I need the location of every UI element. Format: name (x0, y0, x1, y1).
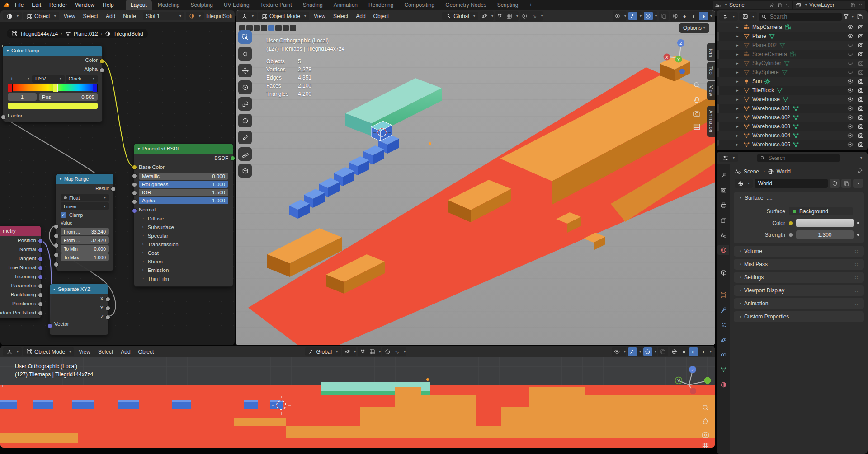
transform-orientation-selector[interactable]: Global▾ (442, 12, 478, 20)
snap-mode-button[interactable] (505, 12, 514, 20)
stop-color-swatch[interactable] (8, 103, 98, 109)
panel-viewport-display[interactable]: ›Viewport Display:::: (734, 285, 864, 296)
new-world-button[interactable] (841, 179, 851, 188)
viewport-menu-select[interactable]: Select (330, 10, 351, 22)
menu-render[interactable]: Render (46, 0, 71, 10)
chevron-down-icon[interactable]: ▾ (710, 14, 712, 18)
panel-volume[interactable]: ›Volume:::: (734, 246, 864, 257)
render-toggle[interactable] (857, 24, 865, 30)
select-mode-7[interactable] (283, 25, 289, 31)
falloff-button[interactable]: ∿ (530, 12, 539, 20)
expand-icon[interactable]: ▸ (736, 124, 741, 129)
expand-icon[interactable]: ▸ (736, 106, 741, 111)
outliner-item-scenecamera[interactable]: ▸SceneCamera (717, 50, 868, 59)
remove-layer-icon[interactable] (858, 3, 863, 8)
data-type-selector[interactable]: Float▾ (61, 194, 109, 201)
expand-icon[interactable]: ▸ (736, 115, 741, 120)
search-input[interactable] (769, 13, 839, 20)
editor-type-button[interactable]: ▾ (719, 12, 738, 21)
outliner-search[interactable] (759, 13, 842, 21)
workspace-tab-uv-editing[interactable]: UV Editing (219, 0, 255, 10)
from-max-field[interactable]: From ...37.420 (61, 236, 109, 244)
socket-to-max-in[interactable] (54, 262, 59, 267)
socket-to-min-in[interactable] (54, 253, 59, 257)
panel-animation[interactable]: ›Animation:::: (734, 298, 864, 309)
chevron-down-icon[interactable]: ▾ (516, 14, 518, 18)
tab-view-layer[interactable] (717, 215, 729, 225)
sidebar-toggle-icon[interactable]: ‹ (2, 382, 4, 389)
animate-dot[interactable] (857, 222, 859, 224)
socket-alpha-in[interactable] (132, 199, 137, 204)
socket-true-normal-out[interactable] (38, 266, 43, 271)
new-collection-button[interactable] (855, 12, 865, 21)
breadcrumb-scene[interactable]: Scene (744, 168, 759, 175)
panel-drag-handle[interactable]: :::: (766, 195, 772, 201)
tab-scene[interactable] (717, 230, 729, 240)
tool-cursor[interactable] (238, 47, 252, 61)
viewport-menu-object[interactable]: Object (370, 10, 392, 22)
show-gizmo-toggle[interactable] (628, 347, 637, 356)
interpolation-selector[interactable]: Clock...▾ (66, 75, 98, 83)
outliner-item-tileblock[interactable]: ▸TileBlock (717, 86, 868, 95)
snap-toggle[interactable] (358, 347, 367, 356)
workspace-tab-rendering[interactable]: Rendering (363, 0, 398, 10)
animate-dot[interactable] (857, 234, 859, 236)
pan-hand-icon[interactable] (702, 417, 709, 425)
outliner-item-warehouse001[interactable]: ▸Warehouse.001 (717, 104, 868, 113)
node-map-range[interactable]: ▾Map Range Result Float▾ Linear▾ ✓Clamp … (56, 173, 114, 271)
tab-constraints[interactable] (717, 350, 729, 360)
material-slot-selector[interactable]: Slot 1▾ (143, 12, 184, 20)
chevron-down-icon[interactable]: ▾ (860, 156, 862, 160)
shader-menu-add[interactable]: Add (103, 10, 118, 22)
expand-icon[interactable]: ▸ (736, 97, 741, 102)
section-coat[interactable]: Coat (148, 250, 159, 256)
show-overlays-toggle[interactable] (644, 12, 653, 20)
render-toggle[interactable] (857, 51, 865, 57)
view-object-types-button[interactable] (613, 12, 622, 20)
viewport2-menu-object[interactable]: Object (135, 346, 157, 357)
sidebar-toggle-icon[interactable]: › (1, 42, 3, 49)
snap-target-button[interactable] (343, 347, 352, 356)
tool-scale[interactable] (238, 97, 252, 111)
roughness-slider[interactable]: Roughness1.000 (139, 181, 228, 188)
view-layer-selector[interactable]: ▾ ViewLayer (793, 1, 865, 9)
render-toggle[interactable] (857, 78, 865, 84)
render-toggle[interactable] (857, 87, 865, 94)
socket-ior-in[interactable] (132, 191, 137, 196)
outliner-item-skysphere[interactable]: ▸SkySphere (717, 68, 868, 77)
tool-move[interactable] (238, 64, 252, 77)
section-subsurface[interactable]: Subsurface (148, 225, 174, 230)
workspace-tab-scripting[interactable]: Scripting (492, 0, 524, 10)
outliner-item-warehouse[interactable]: ▸Warehouse (717, 95, 868, 104)
tab-material[interactable] (717, 379, 729, 389)
socket-vector-in[interactable] (47, 323, 52, 328)
workspace-tab-animation[interactable]: Animation (329, 0, 363, 10)
show-gizmo-toggle[interactable] (628, 12, 637, 20)
snap-mode-button[interactable] (368, 347, 377, 356)
panel-mist-pass[interactable]: ›Mist Pass:::: (734, 259, 864, 270)
socket-alpha-out[interactable] (99, 68, 104, 73)
hide-toggle[interactable] (846, 132, 854, 139)
editor-type-button[interactable]: ▾ (3, 347, 22, 356)
clamp-checkbox[interactable]: ✓ (61, 212, 66, 218)
snap-target-button[interactable] (480, 12, 489, 20)
socket-x-out[interactable] (105, 297, 110, 302)
socket-pointiness-out[interactable] (38, 302, 43, 307)
viewport-scene-front[interactable]: Z Y (0, 346, 715, 448)
socket-normal-in[interactable] (132, 208, 137, 213)
tab-output[interactable] (717, 200, 729, 210)
ramp-stop-1-selected[interactable] (53, 84, 58, 92)
section-emission[interactable]: Emission (148, 267, 169, 273)
shader-menu-view[interactable]: View (61, 10, 79, 22)
render-toggle[interactable] (857, 123, 865, 130)
hide-toggle[interactable] (846, 114, 854, 121)
tab-render[interactable] (717, 185, 729, 195)
proportional-edit-toggle[interactable] (383, 347, 392, 356)
tab-object[interactable] (717, 290, 729, 300)
viewport-menu-view[interactable]: View (311, 10, 329, 22)
menu-help[interactable]: Help (99, 0, 118, 10)
node-color-ramp[interactable]: ▾Color Ramp Color Alpha + − ▾ HSV▾ Clock… (3, 45, 103, 122)
ortho-toggle-icon[interactable] (693, 123, 701, 131)
transform-orientation-selector[interactable]: Global▾ (305, 347, 341, 356)
workspace-tab-compositing[interactable]: Compositing (399, 0, 439, 10)
